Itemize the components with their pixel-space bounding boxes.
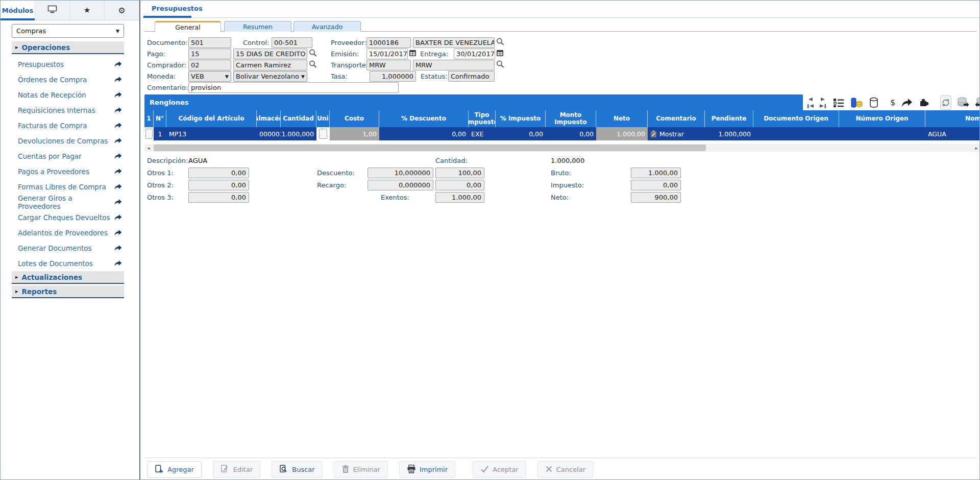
grid-horizontal-scrollbar[interactable]: ◂ ▸ bbox=[144, 144, 980, 152]
entrega-field[interactable]: 30/01/2017 bbox=[454, 49, 495, 59]
database-export-icon[interactable] bbox=[957, 97, 969, 109]
sidebar-item-generar-documentos[interactable]: Generar Documentos bbox=[12, 241, 124, 256]
scroll-left-arrow[interactable]: ◂ bbox=[144, 144, 153, 152]
sidebar-item-pagos-a-proveedores[interactable]: Pagos a Proveedores bbox=[12, 164, 124, 179]
sidebar-item-presupuestos[interactable]: Presupuestos bbox=[12, 57, 124, 72]
column-list-icon[interactable] bbox=[833, 98, 844, 108]
window-tab-presupuestos[interactable]: Presupuestos bbox=[152, 5, 203, 12]
sidebar-item-generar-giros-a-proveedores[interactable]: Generar Giros a Proveedores bbox=[12, 195, 124, 210]
grid-col-monto-impuesto[interactable]: Monto Impuesto bbox=[546, 110, 596, 127]
tab-general[interactable]: General bbox=[155, 21, 221, 32]
section-reportes[interactable]: ▸ Reportes bbox=[12, 285, 124, 298]
moneda-name-select[interactable]: Bolivar Venezolano▼ bbox=[233, 71, 307, 82]
sidebar-item-requisiciones-internas[interactable]: Requisiciones Internas bbox=[12, 103, 124, 118]
scroll-right-arrow[interactable]: ▸ bbox=[972, 144, 980, 152]
transporte-name-field[interactable]: MRW bbox=[413, 60, 495, 70]
sidebar-item-cuentas-por-pagar[interactable]: Cuentas por Pagar bbox=[12, 149, 124, 164]
export-arrow-icon[interactable] bbox=[901, 98, 913, 107]
bruto-field[interactable]: 1.000,00 bbox=[631, 167, 681, 178]
tasa-field[interactable]: 1,000000 bbox=[370, 71, 416, 82]
descuento-monto-field[interactable]: 100,00 bbox=[435, 167, 484, 178]
cell-comentario[interactable]: Mostrar bbox=[648, 127, 705, 140]
grid-col-select[interactable]: 1 bbox=[144, 110, 154, 127]
sidebar-item-lotes-de-documentos[interactable]: Lotes de Documentos bbox=[12, 256, 124, 271]
comprador-code-field[interactable]: 02 bbox=[188, 60, 231, 70]
grid-col-numero[interactable]: N° bbox=[154, 110, 166, 127]
comprador-name-field[interactable]: Carmen Ramirez bbox=[233, 60, 307, 70]
proveedor-search-icon[interactable] bbox=[496, 37, 505, 49]
grid-col-uni[interactable]: Uni bbox=[316, 110, 330, 127]
aceptar-button[interactable]: Aceptar bbox=[473, 461, 526, 478]
estatus-field[interactable]: Confirmado bbox=[448, 71, 495, 82]
module-select[interactable]: Compras ▼ bbox=[12, 24, 124, 38]
eliminar-button[interactable]: Eliminar bbox=[334, 461, 388, 478]
grid-col-num-origen[interactable]: Número Origen bbox=[839, 110, 925, 127]
tab-avanzado[interactable]: Avanzado bbox=[293, 21, 361, 32]
transporte-code-field[interactable]: MRW bbox=[366, 60, 411, 70]
tab-favorites[interactable]: ★ bbox=[70, 1, 105, 20]
otros1-field[interactable]: 0,00 bbox=[188, 167, 249, 178]
exentos-field[interactable]: 1.000,00 bbox=[435, 192, 484, 203]
puzzle-icon[interactable] bbox=[919, 98, 929, 108]
editar-button[interactable]: Editar bbox=[213, 461, 261, 478]
entrega-calendar-icon[interactable] bbox=[496, 49, 504, 59]
moneda-code-select[interactable]: VEB▼ bbox=[188, 71, 231, 82]
sidebar-item-cargar-cheques-devueltos[interactable]: Cargar Cheques Devueltos bbox=[12, 210, 124, 225]
grid-col-tipo-impuesto[interactable]: Tipo Impuesto bbox=[469, 110, 496, 127]
pago-name-field[interactable]: 15 DIAS DE CREDITO bbox=[233, 49, 307, 59]
grid-col-costo[interactable]: Costo bbox=[330, 110, 379, 127]
otros2-field[interactable]: 0,00 bbox=[188, 180, 249, 190]
descuento-pct-field[interactable]: 10,000000 bbox=[368, 167, 433, 178]
buscar-button[interactable]: Buscar bbox=[272, 461, 322, 478]
database-icon[interactable] bbox=[869, 97, 879, 108]
section-operaciones[interactable]: ▸ Operaciones bbox=[12, 41, 124, 54]
agregar-button[interactable]: Agregar bbox=[147, 461, 202, 478]
recargo-monto-field[interactable]: 0,00 bbox=[435, 180, 484, 190]
sidebar-item-devoluciones-de-compras[interactable]: Devoluciones de Compras bbox=[12, 133, 124, 149]
sidebar-item-formas-libres-de-compra[interactable]: Formas Libres de Compra bbox=[12, 179, 124, 195]
grid-col-almacen[interactable]: Almacén bbox=[257, 110, 281, 127]
currency-icon[interactable]: $ bbox=[890, 98, 895, 107]
otros3-field[interactable]: 0,00 bbox=[188, 192, 249, 203]
columns-chart-icon[interactable] bbox=[850, 97, 863, 108]
control-field[interactable]: 00-501 bbox=[272, 37, 312, 48]
impuesto-field[interactable]: 0,00 bbox=[631, 180, 681, 190]
proveedor-code-field[interactable]: 1000186 bbox=[366, 37, 411, 48]
grid-col-pendiente[interactable]: Pendiente bbox=[705, 110, 753, 127]
tab-modulos[interactable]: Módulos bbox=[1, 1, 35, 20]
grid-col-codigo[interactable]: Código del Artículo bbox=[166, 110, 257, 127]
emision-calendar-icon[interactable] bbox=[409, 49, 416, 59]
tab-resumen[interactable]: Resumen bbox=[224, 21, 291, 32]
transporte-search-icon[interactable] bbox=[496, 60, 505, 71]
grid-col-pct-impuesto[interactable]: % Impuesto bbox=[496, 110, 546, 127]
grid-col-doc-origen[interactable]: Documento Origen bbox=[753, 110, 839, 127]
proveedor-name-field[interactable]: BAXTER DE VENEZUELA ( bbox=[413, 37, 495, 48]
record-navigation-icon[interactable] bbox=[806, 96, 827, 109]
tab-settings[interactable]: ⚙ bbox=[105, 1, 139, 20]
grid-col-comentario[interactable]: Comentario bbox=[648, 110, 705, 127]
sidebar-item-adelantos-de-proveedores[interactable]: Adelantos de Proveedores bbox=[12, 225, 124, 241]
scrollbar-thumb[interactable] bbox=[154, 145, 706, 151]
pago-code-field[interactable]: 15 bbox=[188, 49, 231, 59]
tab-monitor[interactable] bbox=[35, 1, 70, 20]
sidebar-item-facturas-de-compra[interactable]: Facturas de Compra bbox=[12, 118, 124, 133]
emision-field[interactable]: 15/01/2017 bbox=[366, 49, 408, 59]
grid-col-descuento[interactable]: % Descuento bbox=[379, 110, 469, 127]
recargo-pct-field[interactable]: 0,000000 bbox=[368, 180, 433, 190]
imprimir-button[interactable]: Imprimir bbox=[399, 461, 455, 478]
comentario-field[interactable]: provision bbox=[188, 82, 399, 93]
row-select-checkbox[interactable] bbox=[144, 127, 154, 140]
comprador-search-icon[interactable] bbox=[308, 60, 317, 71]
grid-col-neto[interactable]: Neto bbox=[596, 110, 648, 127]
refresh-icon[interactable] bbox=[940, 95, 951, 110]
pago-search-icon[interactable] bbox=[308, 49, 317, 60]
cell-uni-checkbox[interactable] bbox=[316, 127, 330, 140]
section-actualizaciones[interactable]: ▸ Actualizaciones bbox=[12, 271, 124, 284]
grid-row-selected[interactable]: 1 MP13 000003 1.000,000 1,00 0,00 EXE 0,… bbox=[144, 127, 980, 140]
cancelar-button[interactable]: Cancelar bbox=[537, 461, 593, 478]
neto-field[interactable]: 900,00 bbox=[631, 192, 681, 203]
grid-col-cantidad[interactable]: Cantidad bbox=[281, 110, 316, 127]
database-import-icon[interactable] bbox=[975, 97, 980, 109]
sidebar-item-notas-de-recepcion[interactable]: Notas de Recepción bbox=[12, 87, 124, 103]
sidebar-item-ordenes-de-compra[interactable]: Órdenes de Compra bbox=[12, 72, 124, 87]
